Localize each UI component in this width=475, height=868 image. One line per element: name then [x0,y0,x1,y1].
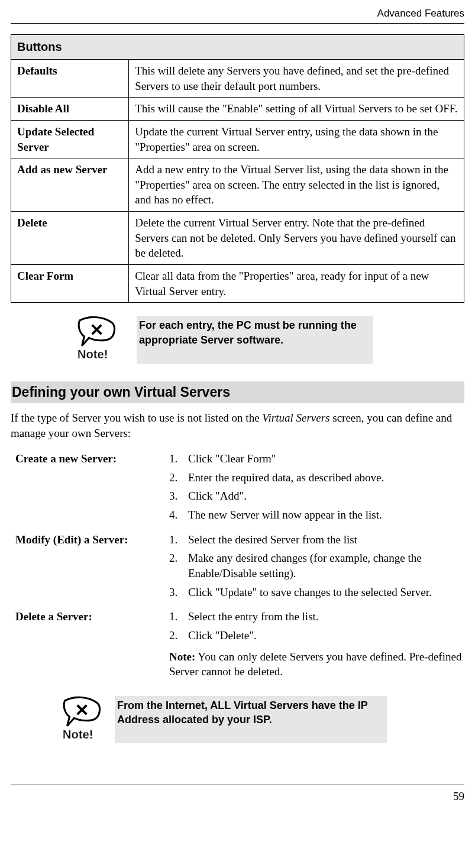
step-text: Click "Add". [188,488,247,504]
step-item: 1.Select the entry from the list. [169,609,464,624]
step-item: 3.Click "Update" to save changes to the … [169,585,464,600]
footer: 59 [11,785,464,804]
intro-italic: Virtual Servers [262,412,329,424]
button-name: Defaults [11,59,129,97]
procedure-steps: 1.Select the desired Server from the lis… [169,532,464,606]
table-row: Delete Delete the current Virtual Server… [11,212,464,265]
section-intro: If the type of Server you wish to use is… [11,410,464,441]
note-text-spacer [115,729,263,743]
step-text: Make any desired changes (for example, c… [188,550,464,581]
step-text: The new Server will now appear in the li… [188,507,382,523]
button-name: Disable All [11,98,129,121]
step-text: Select the entry from the list. [188,609,319,624]
note-icon: Note! [58,696,104,742]
procedure-label: Delete a Server: [15,609,169,624]
procedure-row: Modify (Edit) a Server: 1.Select the des… [15,532,464,606]
step-text: Enter the required data, as described ab… [188,470,384,485]
step-item: 2.Click "Delete". [169,628,464,643]
note-callout: Note! For each entry, the PC must be run… [73,316,464,364]
step-text: Click "Delete". [188,628,257,643]
inline-note-text: You can only delete Servers you have def… [169,650,461,678]
button-name: Update Selected Server [11,120,129,158]
note-text: From the Internet, ALL Virtual Servers h… [115,696,387,730]
inline-note-label: Note: [169,650,195,663]
note-icon: Note! [73,316,119,362]
procedure-steps: 1.Select the entry from the list. 2.Clic… [169,609,464,679]
table-row: Defaults This will delete any Servers yo… [11,59,464,97]
button-name: Add as new Server [11,158,129,212]
button-desc: Clear all data from the "Properties" are… [129,264,464,302]
inline-note: Note: You can only delete Servers you ha… [169,649,464,679]
procedure-label: Create a new Server: [15,451,169,467]
table-row: Update Selected Server Update the curren… [11,120,464,158]
button-desc: Update the current Virtual Server entry,… [129,120,464,158]
procedure-steps: 1.Click "Clear Form" 2.Enter the require… [169,451,464,529]
step-text: Select the desired Server from the list [188,532,357,548]
procedures-block: Create a new Server: 1.Click "Clear Form… [15,451,464,679]
procedure-label: Modify (Edit) a Server: [15,532,169,548]
step-text: Click "Update" to save changes to the se… [188,585,432,600]
table-row: Add as new Server Add a new entry to the… [11,158,464,212]
step-item: 2.Make any desired changes (for example,… [169,550,464,581]
buttons-table: Buttons Defaults This will delete any Se… [11,34,464,303]
step-item: 1.Click "Clear Form" [169,451,464,467]
note-text-spacer [137,349,326,364]
note-text: For each entry, the PC must be running t… [137,316,373,349]
button-desc: Delete the current Virtual Server entry.… [129,212,464,265]
table-row: Clear Form Clear all data from the "Prop… [11,264,464,302]
step-item: 3.Click "Add". [169,488,464,504]
note-text-box: From the Internet, ALL Virtual Servers h… [115,696,387,744]
button-desc: Add a new entry to the Virtual Server li… [129,158,464,212]
svg-text:Note!: Note! [63,728,93,741]
note-text-box: For each entry, the PC must be running t… [137,316,373,364]
section-heading: Defining your own Virtual Servers [11,381,464,403]
button-desc: This will delete any Servers you have de… [129,59,464,97]
page-number: 59 [453,790,464,802]
button-name: Delete [11,212,129,265]
procedure-row: Create a new Server: 1.Click "Clear Form… [15,451,464,529]
step-item: 4.The new Server will now appear in the … [169,507,464,523]
step-item: 2.Enter the required data, as described … [169,470,464,485]
step-text: Click "Clear Form" [188,451,276,467]
note-callout: Note! From the Internet, ALL Virtual Ser… [58,696,464,744]
button-desc: This will cause the "Enable" setting of … [129,98,464,121]
intro-pre: If the type of Server you wish to use is… [11,412,262,424]
table-row: Disable All This will cause the "Enable"… [11,98,464,121]
step-item: 1.Select the desired Server from the lis… [169,532,464,548]
header-section-label: Advanced Features [11,7,464,24]
procedure-row: Delete a Server: 1.Select the entry from… [15,609,464,679]
button-name: Clear Form [11,264,129,302]
svg-text:Note!: Note! [77,348,108,361]
buttons-table-header: Buttons [11,34,464,59]
